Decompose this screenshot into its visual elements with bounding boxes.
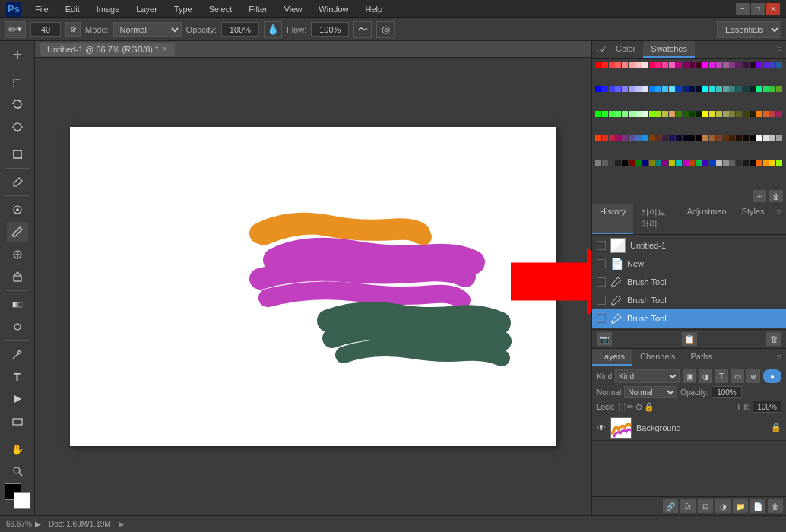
- opacity-value-input[interactable]: [712, 386, 742, 398]
- crop-tool-btn[interactable]: [7, 144, 28, 165]
- swatch-602060[interactable]: [736, 62, 742, 68]
- menu-select[interactable]: Select: [206, 3, 236, 15]
- mode-select[interactable]: Normal: [113, 22, 182, 37]
- menu-help[interactable]: Help: [362, 3, 385, 15]
- lock-pixels-btn[interactable]: ⬚: [618, 402, 626, 412]
- fg-bg-colors[interactable]: [5, 483, 30, 509]
- swatch-e0ffe0[interactable]: [642, 111, 648, 117]
- layer-delete-btn[interactable]: 🗑: [768, 499, 783, 513]
- workspace-select[interactable]: Essentials: [717, 21, 781, 38]
- swatch-00ff00[interactable]: [595, 111, 601, 117]
- swatch-a06030[interactable]: [709, 135, 715, 141]
- swatch-401040[interactable]: [743, 62, 749, 68]
- swatch-8080ff[interactable]: [622, 86, 628, 92]
- history-item-new[interactable]: 📄 New: [592, 255, 786, 273]
- layer-link-btn[interactable]: 🔗: [663, 499, 678, 513]
- menu-image[interactable]: Image: [93, 3, 123, 15]
- swatch-0080ff[interactable]: [649, 86, 655, 92]
- swatch-104000[interactable]: [689, 111, 695, 117]
- layers-menu-btn[interactable]: ≡: [772, 349, 786, 366]
- swatch-c0c000[interactable]: [669, 160, 675, 166]
- swatch-ff4000[interactable]: [595, 135, 601, 141]
- close-button[interactable]: ✕: [766, 3, 780, 15]
- swatch-606060[interactable]: [729, 160, 735, 166]
- swatch-080418[interactable]: [683, 135, 689, 141]
- menu-view[interactable]: View: [281, 3, 306, 15]
- swatch-ff9900[interactable]: [763, 160, 769, 166]
- panel-menu-btn[interactable]: ≡: [772, 41, 786, 58]
- swatch-206000[interactable]: [683, 111, 689, 117]
- swatch-0000ff[interactable]: [595, 86, 601, 92]
- lock-artboard-btn[interactable]: ⊕: [635, 402, 642, 412]
- swatch-a0a0a0[interactable]: [776, 135, 782, 141]
- eraser-tool-btn[interactable]: [7, 266, 28, 287]
- swatch-a0e020[interactable]: [655, 111, 661, 117]
- opacity-input[interactable]: [221, 22, 259, 37]
- swatch-e0e0ff[interactable]: [642, 86, 648, 92]
- swatch-400020[interactable]: [696, 62, 702, 68]
- swatch-000080[interactable]: [642, 160, 648, 166]
- swatch-ffa0a0[interactable]: [629, 62, 635, 68]
- brush-preset-picker[interactable]: ✏▾: [5, 21, 26, 38]
- delete-history-btn[interactable]: 🗑: [766, 332, 781, 346]
- swatch-000000[interactable]: [622, 160, 628, 166]
- document-tab[interactable]: Untitled-1 @ 66.7% (RGB/8) * ×: [40, 43, 175, 56]
- menu-layer[interactable]: Layer: [133, 3, 160, 15]
- history-item-brush2[interactable]: Brush Tool: [592, 291, 786, 309]
- swatch-ff6060[interactable]: [615, 62, 621, 68]
- swatch-8000ff[interactable]: [756, 62, 762, 68]
- swatch-c0c0ff[interactable]: [635, 86, 642, 92]
- layer-mask-btn[interactable]: ⊡: [698, 499, 713, 513]
- swatch-ff0060[interactable]: [649, 62, 655, 68]
- swatch-202020[interactable]: [615, 160, 621, 166]
- background-color[interactable]: [14, 492, 30, 509]
- smoothing-btn[interactable]: 〜: [353, 21, 372, 38]
- swatch-ff0000[interactable]: [595, 62, 601, 68]
- swatch-402040[interactable]: [662, 135, 668, 141]
- swatch-803080[interactable]: [622, 135, 628, 141]
- swatch-ff2080[interactable]: [655, 62, 661, 68]
- swatch-6050a0[interactable]: [629, 135, 635, 141]
- menu-filter[interactable]: Filter: [246, 3, 270, 15]
- layer-fx-btn[interactable]: fx: [680, 499, 696, 513]
- fill-value-input[interactable]: [753, 401, 781, 413]
- swatch-ff40a0[interactable]: [662, 62, 668, 68]
- blend-mode-select[interactable]: Normal: [624, 386, 677, 398]
- lock-all-btn[interactable]: 🔒: [644, 402, 654, 412]
- swatch-ff8080[interactable]: [622, 62, 628, 68]
- layers-tab[interactable]: Layers: [592, 349, 632, 366]
- swatch-c08040[interactable]: [702, 135, 708, 141]
- swatch-402008[interactable]: [729, 135, 735, 141]
- swatch-e0e0e0[interactable]: [763, 135, 769, 141]
- swatch-ffc0c0[interactable]: [635, 62, 642, 68]
- toggle-filter-btn[interactable]: ●: [763, 369, 781, 383]
- menu-file[interactable]: File: [32, 3, 52, 15]
- swatch-e020e0[interactable]: [709, 62, 715, 68]
- swatch-4000c0[interactable]: [702, 160, 708, 166]
- adjust-filter-btn[interactable]: ◑: [699, 369, 712, 383]
- swatches-tab[interactable]: Swatches: [643, 41, 695, 58]
- swatch-2090e0[interactable]: [642, 135, 648, 141]
- create-snapshot-btn[interactable]: 📷: [597, 332, 612, 346]
- shape-tool-btn[interactable]: [7, 411, 28, 432]
- flow-input[interactable]: [311, 22, 349, 37]
- swatch-c02040[interactable]: [609, 135, 615, 141]
- marquee-tool-btn[interactable]: ⬚: [7, 71, 28, 92]
- swatch-206060[interactable]: [736, 86, 742, 92]
- pixel-filter-btn[interactable]: ▣: [683, 369, 696, 383]
- swatch-008080[interactable]: [655, 160, 661, 166]
- swatch-00c040[interactable]: [696, 160, 702, 166]
- swatch-20ff20[interactable]: [602, 111, 608, 117]
- shape-filter-btn[interactable]: ▭: [731, 369, 744, 383]
- swatch-ff00ff[interactable]: [702, 62, 708, 68]
- layer-row-background[interactable]: 👁 Background 🔒: [592, 415, 786, 441]
- zoom-tool-btn[interactable]: [7, 461, 28, 482]
- maximize-button[interactable]: □: [751, 3, 765, 15]
- swatch-000820[interactable]: [696, 86, 702, 92]
- history-item-brush3[interactable]: Brush Tool: [592, 309, 786, 328]
- swatch-808000[interactable]: [649, 160, 655, 166]
- swatch-ffe0e0[interactable]: [642, 62, 648, 68]
- create-doc-btn[interactable]: 📋: [682, 332, 697, 346]
- history-item-snapshot[interactable]: Untitled-1: [592, 236, 786, 255]
- menu-window[interactable]: Window: [315, 3, 351, 15]
